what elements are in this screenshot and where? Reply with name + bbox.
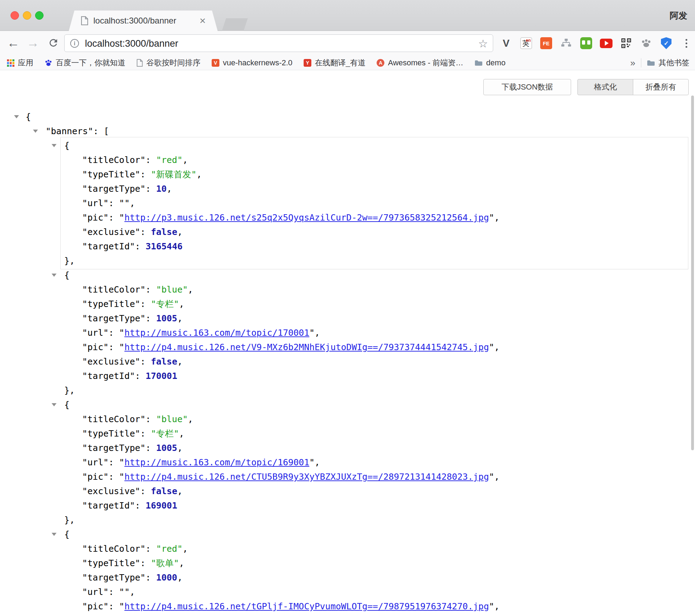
json-line: "titleColor": "red", [0,153,695,167]
collapse-arrow-icon[interactable] [14,115,19,118]
org-chart-extension-icon[interactable] [560,37,572,50]
json-text: , [177,356,183,367]
back-button[interactable]: ← [5,34,22,51]
reload-button[interactable] [45,34,62,51]
json-line: "targetType": 10, [0,182,695,196]
json-line: "typeTitle": "专栏", [0,297,695,311]
youtube-extension-icon[interactable] [600,37,613,50]
profile-name[interactable]: 阿发 [670,10,687,21]
other-bookmarks[interactable]: 其他书签 [647,58,689,68]
tab-close-icon[interactable]: × [199,15,206,26]
bookmark-youdao-translate[interactable]: Y 在线翻译_有道 [304,58,365,68]
bookmark-label: demo [486,58,505,67]
json-text: "titleColor": [82,414,156,424]
tab-title: localhost:3000/banner [93,16,199,26]
address-bar[interactable]: i localhost:3000/banner ☆ [64,34,493,52]
json-line: }, [0,513,695,527]
json-text: "banners": [ [46,126,109,136]
json-value: "red" [156,544,183,554]
json-value: 170001 [146,371,177,381]
json-text: , [179,428,184,439]
collapse-arrow-icon[interactable] [52,403,57,406]
collapse-arrow-icon[interactable] [52,274,57,277]
url-text: localhost:3000/banner [85,38,178,49]
minimize-window-button[interactable] [23,11,31,20]
json-line: "banners": [ [0,124,695,138]
bookmark-google-sort[interactable]: 谷歌按时间排序 [137,58,200,68]
json-text: "typeTitle": [82,299,151,309]
qrcode-extension-icon[interactable] [620,37,633,50]
collapse-arrow-icon[interactable] [52,144,57,147]
bookmark-apps[interactable]: 应用 [7,58,33,68]
paw-extension-icon[interactable] [640,37,653,50]
v-badge-icon: V [212,59,219,67]
security-shield-extension-icon[interactable]: ✓ [660,37,673,50]
json-line: "url": "", [0,196,695,210]
bookmark-awesomes[interactable]: A Awesomes - 前端资… [377,58,463,68]
json-text: , [188,284,193,295]
json-line: "titleColor": "blue", [0,282,695,297]
json-value: 10 [156,184,167,194]
collapse-arrow-icon[interactable] [33,130,38,133]
json-text: }, [64,515,75,525]
baidu-paw-icon [45,59,52,67]
json-text: " [119,457,124,467]
json-link[interactable]: http://p3.music.126.net/s25q2x5QyqsAzilC… [124,212,489,223]
forward-button[interactable]: → [25,34,41,51]
json-value: "blue" [156,284,188,295]
bookmark-label: 其他书签 [658,58,689,68]
json-text: "pic": [82,342,119,352]
json-text: , [188,414,193,424]
json-text: "url": [82,198,119,208]
bookmark-star-icon[interactable]: ☆ [478,37,488,50]
translate-extension-icon[interactable]: 英 en [520,37,532,50]
page-icon [137,59,143,67]
json-line: "url": "http://music.163.com/m/topic/169… [0,455,695,470]
json-line: "targetId": 170001 [0,369,695,383]
site-info-icon[interactable]: i [70,39,79,48]
chrome-menu-button[interactable] [680,37,693,50]
json-line: "titleColor": "blue", [0,412,695,426]
vimium-extension-icon[interactable]: V [500,37,512,50]
folder-icon [647,60,655,66]
json-link[interactable]: http://music.163.com/m/topic/170001 [124,328,309,338]
bookmark-label: vue-hackernews-2.0 [223,58,292,67]
close-window-button[interactable] [11,11,19,20]
json-line: { [0,398,695,412]
json-text: "url": [82,587,119,597]
json-line: "exclusive": false, [0,354,695,369]
json-text: " [119,212,124,223]
bookmark-label: Awesomes - 前端资… [388,58,463,68]
divider [641,58,641,67]
scrollbar-thumb[interactable] [691,96,694,450]
zoom-window-button[interactable] [35,11,44,20]
json-line: "typeTitle": "新碟首发", [0,167,695,182]
json-text: { [64,400,70,410]
bookmark-vue-hackernews[interactable]: V vue-hackernews-2.0 [212,58,292,67]
fe-extension-icon[interactable]: FE [540,37,552,50]
json-link[interactable]: http://music.163.com/m/topic/169001 [124,457,309,467]
json-value: "新碟首发" [151,169,197,179]
json-text: "targetId": [82,371,146,381]
json-value: 1005 [156,443,177,453]
bookmarks-overflow-chevron[interactable]: » [630,58,635,68]
json-text: "exclusive": [82,486,151,496]
json-link[interactable]: http://p4.music.126.net/CTU5B9R9y3XyYBZX… [124,472,489,482]
browser-tab[interactable]: localhost:3000/banner × [69,11,218,31]
collapse-arrow-icon[interactable] [52,533,57,536]
tampermonkey-extension-icon[interactable] [580,37,593,50]
json-text: "targetType": [82,443,156,453]
bookmark-demo-folder[interactable]: demo [475,58,505,67]
json-text: "exclusive": [82,227,151,237]
json-line: "exclusive": false, [0,614,695,616]
json-value: "歌单" [151,558,179,568]
json-text: "titleColor": [82,155,156,165]
json-link[interactable]: http://p4.music.126.net/tGPljf-IMOCyPvum… [124,601,489,611]
new-tab-button[interactable] [222,18,248,31]
json-value: 169001 [146,500,177,511]
json-line: "titleColor": "red", [0,542,695,556]
bookmark-baidu[interactable]: 百度一下，你就知道 [45,58,125,68]
json-link[interactable]: http://p4.music.126.net/V9-MXz6b2MNhEKju… [124,342,489,352]
json-line: "targetType": 1005, [0,441,695,455]
json-text: "targetType": [82,313,156,323]
